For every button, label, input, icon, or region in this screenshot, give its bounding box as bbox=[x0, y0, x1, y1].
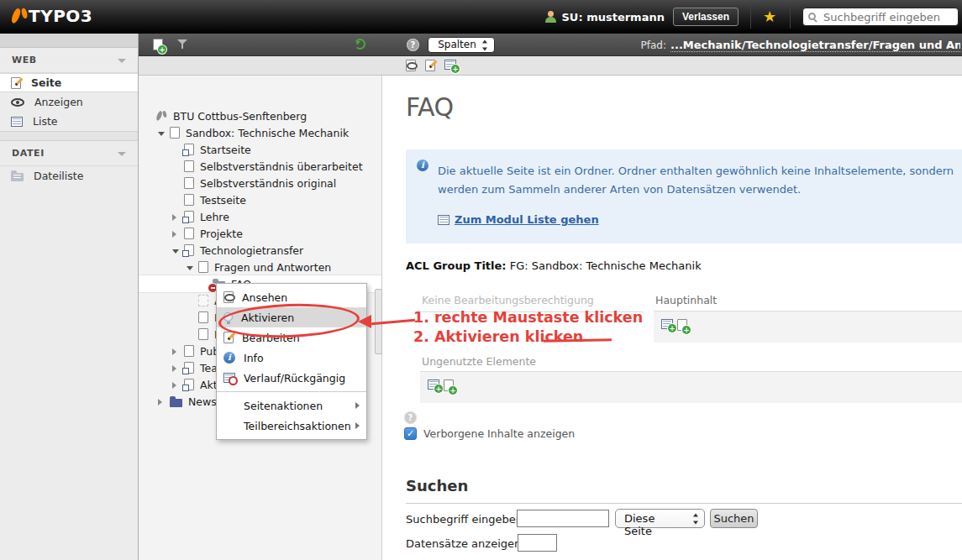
refresh-icon[interactable] bbox=[355, 39, 365, 50]
expand-arrow-icon[interactable] bbox=[172, 365, 176, 372]
page-icon bbox=[198, 261, 208, 273]
list-module-icon bbox=[438, 215, 449, 225]
collapse-arrow-icon[interactable] bbox=[158, 132, 165, 136]
tree-node-label: Technologietransfer bbox=[200, 244, 303, 257]
search-icon bbox=[808, 13, 816, 20]
expand-arrow-icon[interactable] bbox=[172, 348, 176, 355]
help-icon[interactable] bbox=[407, 39, 419, 51]
page-icon bbox=[184, 177, 194, 189]
tree-node-startseite[interactable]: Startseite bbox=[139, 141, 381, 158]
context-menu-item-label: Ansehen bbox=[242, 291, 287, 304]
sidebar-item-label: Dateiliste bbox=[34, 170, 83, 182]
logout-button[interactable]: Verlassen bbox=[673, 8, 739, 26]
path-label: Pfad: bbox=[641, 39, 666, 51]
new-page-content-icon[interactable] bbox=[444, 379, 454, 391]
page-icon bbox=[198, 311, 208, 323]
help-icon[interactable] bbox=[404, 411, 417, 424]
expand-arrow-icon[interactable] bbox=[158, 399, 162, 406]
sidebar-item-dateiliste[interactable]: Dateiliste bbox=[0, 166, 138, 186]
page-shortcut-icon bbox=[184, 211, 194, 222]
search-scope-select[interactable]: Diese Seite bbox=[615, 509, 705, 528]
columns-view-select[interactable]: Spalten bbox=[428, 37, 495, 53]
new-record-icon[interactable] bbox=[428, 379, 439, 390]
logged-in-user: SU: mustermann bbox=[562, 11, 665, 24]
context-menu-item-seitenaktionen[interactable]: Seitenaktionen bbox=[217, 395, 366, 416]
unused-elements-body bbox=[420, 372, 962, 403]
expand-arrow-icon[interactable] bbox=[172, 214, 176, 221]
sidebar-section-datei[interactable]: DATEI bbox=[0, 141, 138, 166]
sidebar-item-label: Seite bbox=[31, 76, 61, 89]
sidebar-item-anzeigen[interactable]: Anzeigen bbox=[0, 92, 138, 112]
context-menu-item-teilbereichsaktionen[interactable]: Teilbereichsaktionen bbox=[217, 416, 366, 436]
tree-node-sandbox-technische-mechanik[interactable]: Sandbox: Technische Mechanik bbox=[139, 124, 381, 141]
tree-node-label: Fragen und Antworten bbox=[214, 261, 331, 274]
page-shortcut-icon bbox=[184, 144, 194, 155]
tree-node-selbstverständnis-original[interactable]: Selbstverständnis original bbox=[139, 175, 381, 191]
new-record-icon[interactable] bbox=[661, 319, 673, 329]
tree-node-technologietransfer[interactable]: Technologietransfer bbox=[139, 242, 381, 259]
tree-node-fragen-und-antworten[interactable]: Fragen und Antworten bbox=[139, 259, 381, 275]
show-hidden-checkbox[interactable] bbox=[404, 427, 417, 440]
new-page-icon[interactable] bbox=[153, 39, 163, 50]
show-hidden-label: Verborgene Inhalte anzeigen bbox=[423, 427, 575, 440]
tree-node-btu-cottbus-senftenberg[interactable]: BTU Cottbus-Senftenberg bbox=[139, 107, 381, 124]
page-title: FAQ bbox=[406, 92, 454, 122]
page-edit-icon bbox=[11, 77, 21, 89]
tree-node-label: Startseite bbox=[200, 144, 251, 156]
records-count-label: Datensätze anzeigen: bbox=[406, 537, 525, 550]
sidebar-item-seite[interactable]: Seite bbox=[0, 73, 138, 92]
main-content-column-label: Hauptinhalt bbox=[655, 294, 717, 306]
view-icon bbox=[223, 291, 234, 303]
submenu-arrow-icon bbox=[355, 402, 360, 409]
records-count-input[interactable] bbox=[518, 534, 557, 552]
page-icon bbox=[184, 194, 194, 206]
typo3-backend: FAQ Die aktuelle Seite ist ein Ordner. O… bbox=[0, 0, 962, 560]
sidebar-section-web[interactable]: WEB bbox=[0, 48, 138, 73]
search-term-label: Suchbegriff eingeben bbox=[406, 513, 523, 526]
folder-icon bbox=[170, 399, 182, 407]
search-button[interactable]: Suchen bbox=[710, 509, 758, 528]
new-record-icon[interactable] bbox=[444, 60, 456, 70]
go-to-list-module-link[interactable]: Zum Modul Liste gehen bbox=[455, 213, 599, 226]
tree-node-testseite[interactable]: Testseite bbox=[139, 191, 381, 208]
eye-icon bbox=[11, 98, 24, 107]
search-term-input[interactable] bbox=[517, 510, 609, 527]
context-menu-item-info[interactable]: Info bbox=[217, 348, 366, 368]
global-search-input[interactable] bbox=[802, 8, 959, 26]
page-icon bbox=[170, 127, 180, 139]
info-box-text: Die aktuelle Seite ist ein Ordner. Ordne… bbox=[438, 162, 962, 199]
tree-node-label: BTU Cottbus-Senftenberg bbox=[173, 110, 307, 123]
bookmark-star-icon[interactable] bbox=[763, 9, 778, 24]
collapse-arrow-icon[interactable] bbox=[172, 249, 179, 254]
chevron-down-icon bbox=[118, 152, 126, 156]
info-icon bbox=[223, 352, 235, 364]
unused-elements-label: Ungenutzte Elemente bbox=[422, 355, 536, 368]
select-spinner-icon bbox=[482, 39, 488, 50]
context-menu-item-label: Teilbereichsaktionen bbox=[244, 420, 351, 432]
filter-icon[interactable] bbox=[177, 39, 188, 49]
history-icon bbox=[223, 373, 235, 383]
sidebar-item-liste[interactable]: Liste bbox=[0, 112, 138, 131]
user-icon bbox=[544, 11, 557, 23]
page-shortcut-icon bbox=[184, 362, 194, 374]
collapse-arrow-icon[interactable] bbox=[187, 266, 193, 270]
folder-info-box: Die aktuelle Seite ist ein Ordner. Ordne… bbox=[406, 149, 962, 243]
chevron-down-icon bbox=[118, 59, 126, 63]
sidebar-item-label: Liste bbox=[33, 115, 58, 128]
tree-node-selbstverständnis-überarbeitet[interactable]: Selbstverständnis überarbeitet bbox=[139, 158, 381, 175]
view-page-icon[interactable] bbox=[406, 60, 416, 71]
tree-node-lehre[interactable]: Lehre bbox=[139, 208, 381, 225]
module-menu: WEBSeiteAnzeigenListeDATEIDateiliste bbox=[0, 34, 139, 560]
info-icon bbox=[417, 160, 428, 171]
tree-node-label: Sandbox: Technische Mechanik bbox=[186, 127, 349, 139]
new-page-content-icon[interactable] bbox=[677, 319, 687, 331]
context-menu-item-verlauf-rückgängig[interactable]: Verlauf/Rückgängig bbox=[217, 368, 366, 388]
tree-node-projekte[interactable]: Projekte bbox=[139, 225, 381, 242]
breadcrumb-path[interactable]: ...Mechanik/Technologietransfer/Fragen u… bbox=[670, 39, 960, 52]
edit-page-icon[interactable] bbox=[425, 60, 435, 71]
expand-arrow-icon[interactable] bbox=[172, 382, 176, 389]
typo3-logo: TYPO3 bbox=[10, 6, 92, 26]
page-icon bbox=[184, 160, 194, 172]
page-icon bbox=[184, 345, 194, 357]
expand-arrow-icon[interactable] bbox=[172, 231, 176, 238]
